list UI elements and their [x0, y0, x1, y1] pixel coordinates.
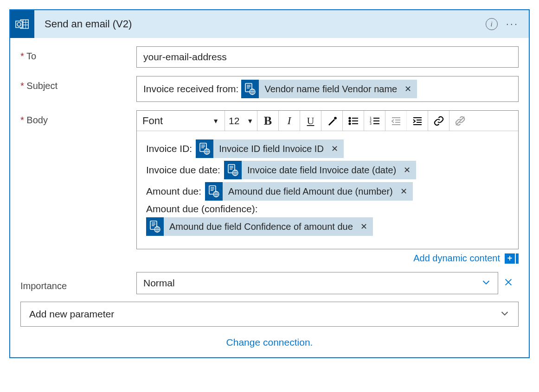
outdent-button [385, 111, 407, 131]
header-actions: i ··· [486, 18, 529, 30]
underline-button[interactable]: U [300, 111, 321, 131]
font-select[interactable]: Font▼ [137, 111, 225, 131]
info-icon[interactable]: i [486, 18, 498, 30]
add-dynamic-content-icon[interactable]: + [505, 253, 519, 264]
body-text: Invoice ID: [146, 143, 192, 154]
row-importance: Importance Normal [20, 272, 519, 294]
link-button[interactable] [428, 111, 449, 131]
dynamic-content-icon [205, 182, 223, 201]
chevron-down-icon [500, 308, 510, 321]
add-parameter-label: Add new parameter [29, 309, 114, 320]
svg-point-15 [334, 117, 337, 120]
token-invoice-id[interactable]: Invoice ID field Invoice ID ✕ [196, 139, 344, 158]
importance-select[interactable]: Normal [136, 272, 498, 294]
token-amount-due[interactable]: Amound due field Amount due (number) ✕ [205, 182, 413, 201]
body-text: Amount due (confidence): [146, 203, 257, 215]
change-connection-link[interactable]: Change connection. [226, 337, 313, 348]
importance-value: Normal [143, 278, 175, 289]
token-remove-icon[interactable]: ✕ [359, 221, 373, 232]
body-line: Invoice due date: Invoice date field Inv… [146, 161, 509, 179]
token-label: Vendor name field Vendor name [259, 84, 403, 95]
body-line: Amound due field Confidence of amount du… [146, 217, 509, 236]
svg-point-16 [349, 117, 350, 119]
indent-button[interactable] [407, 111, 428, 131]
token-remove-icon[interactable]: ✕ [398, 186, 413, 196]
body-line: Invoice ID: Invoice ID field Invoice ID … [146, 139, 509, 158]
dynamic-content-icon [241, 80, 259, 98]
add-parameter-select[interactable]: Add new parameter [20, 302, 519, 327]
token-label: Invoice ID field Invoice ID [213, 144, 329, 154]
color-picker-button[interactable] [321, 111, 343, 131]
add-dynamic-content-link[interactable]: Add dynamic content [413, 253, 500, 264]
token-remove-icon[interactable]: ✕ [329, 144, 344, 154]
body-text: Amount due: [146, 186, 201, 197]
to-value: your-email-address [143, 51, 227, 63]
row-to: To your-email-address [20, 46, 519, 68]
token-invoice-date[interactable]: Invoice date field Invoice date (date) ✕ [224, 161, 416, 179]
subject-label: Subject [20, 76, 136, 91]
card-body: To your-email-address Subject Invoice re… [10, 38, 529, 357]
svg-point-18 [349, 120, 350, 121]
row-subject: Subject Invoice received from: Vendor na… [20, 76, 519, 102]
token-remove-icon[interactable]: ✕ [402, 165, 416, 175]
subject-input[interactable]: Invoice received from: Vendor name field… [136, 76, 519, 102]
bullet-list-button[interactable] [343, 111, 364, 131]
svg-text:3: 3 [370, 122, 372, 125]
importance-label: Importance [20, 275, 136, 291]
chevron-down-icon [481, 277, 491, 290]
token-amount-due-confidence[interactable]: Amound due field Confidence of amount du… [146, 217, 373, 236]
row-body: Body Font▼ 12▼ B I U [20, 110, 519, 264]
to-input[interactable]: your-email-address [136, 46, 519, 68]
editor-toolbar: Font▼ 12▼ B I U [137, 111, 518, 131]
to-label: To [20, 46, 136, 62]
bold-button[interactable]: B [257, 111, 279, 131]
token-label: Invoice date field Invoice date (date) [242, 165, 402, 176]
rich-text-editor: Font▼ 12▼ B I U [136, 110, 519, 249]
card-title: Send an email (V2) [34, 18, 486, 30]
unlink-button [449, 111, 471, 131]
remove-parameter-button[interactable] [498, 277, 519, 289]
action-card: Send an email (V2) i ··· To your-email-a… [9, 9, 530, 358]
outlook-icon [10, 10, 34, 38]
dynamic-content-icon [196, 139, 213, 158]
editor-body[interactable]: Invoice ID: Invoice ID field Invoice ID … [137, 131, 518, 249]
body-line: Amount due: Amound due field Amount due … [146, 182, 509, 201]
body-line: Amount due (confidence): [146, 203, 509, 215]
body-text: Invoice due date: [146, 164, 220, 176]
subject-text: Invoice received from: [143, 83, 238, 95]
card-header: Send an email (V2) i ··· [10, 10, 529, 38]
italic-button[interactable]: I [279, 111, 300, 131]
more-menu-icon[interactable]: ··· [506, 19, 519, 29]
token-vendor-name[interactable]: Vendor name field Vendor name ✕ [241, 80, 417, 98]
token-label: Amound due field Confidence of amount du… [164, 221, 359, 232]
numbered-list-button[interactable]: 1 2 3 [364, 111, 385, 131]
token-remove-icon[interactable]: ✕ [403, 84, 417, 94]
change-connection: Change connection. [20, 337, 519, 348]
token-label: Amound due field Amount due (number) [223, 186, 398, 197]
font-size-select[interactable]: 12▼ [225, 111, 257, 131]
dynamic-content-bar: Add dynamic content + [136, 253, 519, 264]
dynamic-content-icon [224, 161, 242, 179]
svg-point-20 [349, 123, 350, 124]
body-label: Body [20, 110, 136, 126]
dynamic-content-icon [146, 217, 164, 236]
